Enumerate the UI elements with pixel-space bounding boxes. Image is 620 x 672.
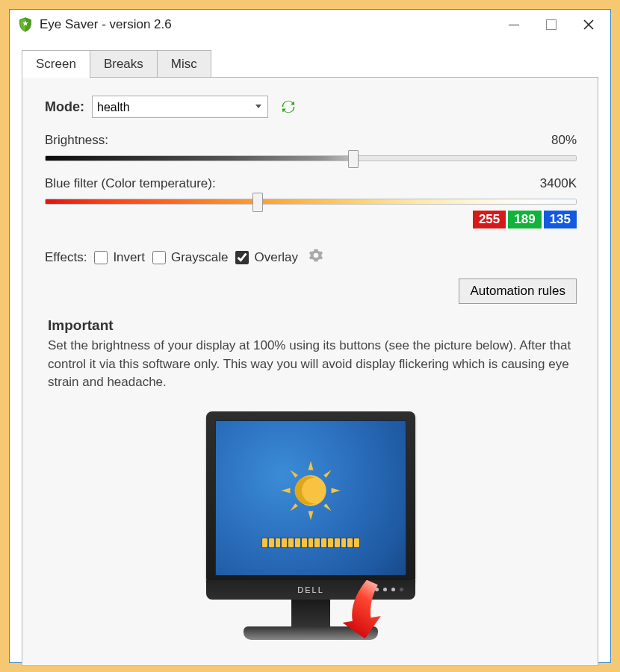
svg-marker-6 <box>290 503 297 511</box>
refresh-icon[interactable] <box>280 99 297 115</box>
app-shield-icon <box>17 16 34 33</box>
rgb-blue-chip: 135 <box>544 211 577 228</box>
titlebar: Eye Saver - version 2.6 <box>10 10 610 40</box>
monitor-illustration: DELL <box>45 411 577 640</box>
automation-rules-button[interactable]: Automation rules <box>459 279 577 304</box>
svg-marker-7 <box>323 503 331 511</box>
bluefilter-slider[interactable] <box>45 199 577 205</box>
important-text: Set the brightness of your display at 10… <box>48 337 577 392</box>
window-maximize-button[interactable] <box>533 11 570 38</box>
svg-marker-5 <box>323 470 331 477</box>
bluefilter-value: 3400K <box>540 176 577 191</box>
important-heading: Important <box>48 317 577 334</box>
svg-marker-1 <box>309 511 314 520</box>
brightness-value: 80% <box>551 133 577 148</box>
gear-icon[interactable] <box>309 248 323 267</box>
mode-label: Mode: <box>45 99 84 115</box>
screen-panel: Mode: health Brightness: 80% <box>22 77 598 666</box>
window-minimize-button[interactable] <box>495 11 533 38</box>
effects-label: Effects: <box>45 250 87 265</box>
svg-marker-2 <box>281 488 290 493</box>
grayscale-checkbox[interactable]: Grayscale <box>152 250 229 265</box>
svg-marker-0 <box>309 461 314 470</box>
brightness-label: Brightness: <box>45 133 108 148</box>
tab-breaks[interactable]: Breaks <box>90 50 158 78</box>
window-title: Eye Saver - version 2.6 <box>40 17 172 32</box>
tab-screen[interactable]: Screen <box>22 50 90 78</box>
invert-checkbox[interactable]: Invert <box>94 250 145 265</box>
svg-marker-3 <box>332 488 341 493</box>
rgb-green-chip: 189 <box>508 211 541 228</box>
overlay-checkbox[interactable]: Overlay <box>235 250 298 265</box>
tab-misc[interactable]: Misc <box>157 50 211 78</box>
tabs: Screen Breaks Misc <box>22 50 598 78</box>
monitor-brand: DELL <box>297 585 324 594</box>
window-close-button[interactable] <box>570 11 607 38</box>
rgb-red-chip: 255 <box>473 211 506 228</box>
bluefilter-label: Blue filter (Color temperature): <box>45 176 216 191</box>
monitor-progress-icon <box>261 538 360 548</box>
mode-select[interactable]: health <box>92 96 268 118</box>
red-arrow-icon <box>336 580 396 643</box>
app-window: Eye Saver - version 2.6 Screen Breaks Mi… <box>9 9 611 663</box>
sun-moon-icon <box>279 458 343 526</box>
svg-marker-4 <box>290 470 297 477</box>
brightness-slider[interactable] <box>45 155 577 161</box>
